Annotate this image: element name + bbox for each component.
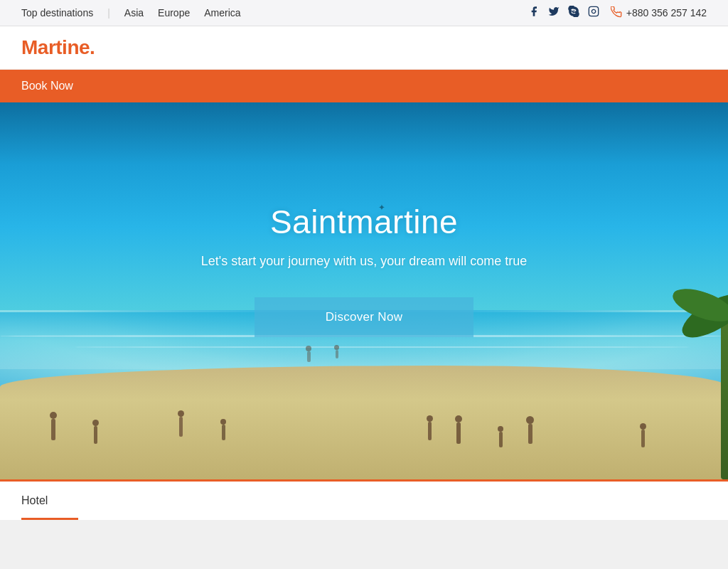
nav-asia[interactable]: Asia bbox=[124, 7, 144, 18]
hero-title: Saintmartine bbox=[201, 203, 528, 241]
nav-separator-1: | bbox=[107, 7, 110, 18]
palm-area bbox=[657, 266, 728, 479]
person-4 bbox=[220, 419, 226, 440]
nav-bar: Book Now bbox=[0, 70, 728, 102]
top-nav: Top destinations | Asia Europe America bbox=[21, 7, 241, 18]
book-now-button[interactable]: Book Now bbox=[21, 80, 73, 92]
logo[interactable]: Martine. bbox=[21, 36, 95, 59]
svg-rect-0 bbox=[589, 6, 598, 16]
person-5 bbox=[427, 415, 433, 440]
hero-subtitle: Let's start your journey with us, your d… bbox=[201, 254, 528, 269]
hotel-label[interactable]: Hotel bbox=[21, 494, 48, 507]
booking-bar: Hotel bbox=[0, 479, 728, 520]
person-3 bbox=[178, 410, 184, 437]
wave-line-2 bbox=[73, 346, 691, 348]
person-1 bbox=[50, 412, 57, 440]
skype-icon[interactable] bbox=[568, 6, 579, 20]
nav-europe[interactable]: Europe bbox=[158, 7, 190, 18]
person-9 bbox=[640, 423, 646, 447]
social-icons bbox=[528, 6, 599, 20]
person-2 bbox=[92, 420, 99, 444]
person-water-1 bbox=[306, 346, 311, 362]
person-7 bbox=[498, 426, 503, 447]
person-8 bbox=[526, 416, 534, 444]
person-6 bbox=[455, 415, 462, 444]
facebook-icon[interactable] bbox=[528, 6, 540, 20]
person-water-2 bbox=[334, 345, 339, 358]
nav-america[interactable]: America bbox=[204, 7, 240, 18]
phone-info: +880 356 257 142 bbox=[611, 6, 707, 20]
top-bar: Top destinations | Asia Europe America +… bbox=[0, 0, 728, 26]
instagram-icon[interactable] bbox=[588, 6, 599, 20]
header: Martine. bbox=[0, 26, 728, 70]
hero-section: ✦ bbox=[0, 102, 728, 479]
top-right: +880 356 257 142 bbox=[528, 6, 707, 20]
phone-number: +880 356 257 142 bbox=[626, 7, 707, 18]
palm-trunk bbox=[721, 302, 728, 479]
hero-content: Saintmartine Let's start your journey wi… bbox=[201, 203, 528, 337]
logo-text: Martine bbox=[21, 36, 90, 58]
phone-icon bbox=[611, 6, 622, 20]
discover-now-button[interactable]: Discover Now bbox=[255, 297, 473, 337]
sand-area bbox=[0, 366, 728, 479]
twitter-icon[interactable] bbox=[548, 6, 560, 20]
nav-top-destinations[interactable]: Top destinations bbox=[21, 7, 93, 18]
logo-dot: . bbox=[90, 36, 95, 58]
booking-underline bbox=[21, 518, 78, 520]
